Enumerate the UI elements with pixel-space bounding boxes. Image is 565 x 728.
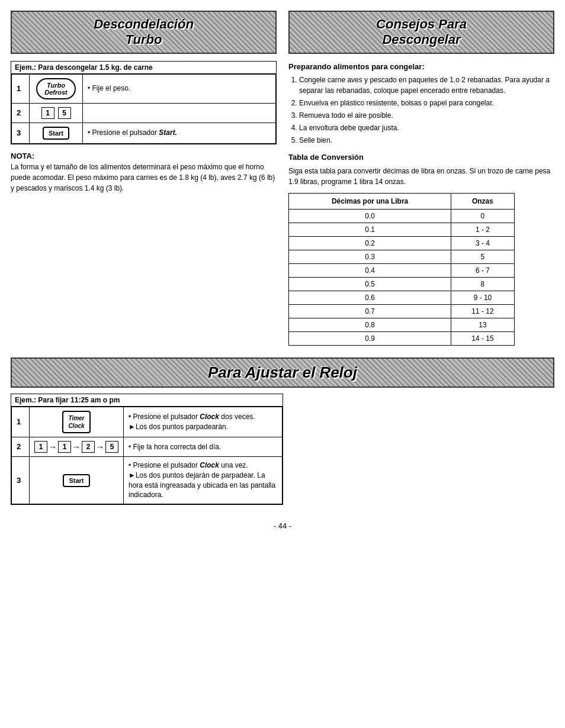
table-row: 0.813 — [289, 318, 515, 331]
step-instruction-r2: • Fije la hora correcta del día. — [124, 437, 282, 456]
arrow-icon-1: → — [49, 442, 57, 452]
col-onzas: Onzas — [451, 193, 514, 209]
step-num-r1: 1 — [12, 407, 30, 437]
timer-line: Timer — [68, 414, 84, 422]
reloj-steps-table: 1 Timer Clock • Presione el pulsador Clo… — [11, 407, 282, 504]
cell-onzas: 6 - 7 — [451, 263, 514, 277]
page-layout: DescondelaciónTurbo Ejem.: Para desconge… — [11, 11, 554, 530]
key-sequence: 1 → 1 → 2 → 5 — [34, 441, 118, 453]
step-num-1: 1 — [12, 74, 30, 103]
list-item: Envuelva en plástico resistente, bolsas … — [299, 98, 554, 108]
step-num-2: 2 — [12, 103, 30, 123]
table-row: 1 Turbo Defrost • Fije el peso. — [12, 74, 276, 103]
arrow-icon-2: → — [72, 442, 81, 452]
key-1[interactable]: 1 — [41, 107, 54, 119]
right-content: Preparando alimentos para congelar: Cong… — [288, 61, 554, 346]
step-visual-3: Start — [30, 123, 83, 143]
step-instruction-r1: • Presione el pulsador Clock dos veces. … — [124, 407, 282, 437]
start-button-2[interactable]: Start — [63, 474, 89, 487]
top-section: DescondelaciónTurbo Ejem.: Para desconge… — [11, 11, 554, 346]
step-visual-r2: 1 → 1 → 2 → 5 — [30, 437, 124, 456]
preparing-title: Preparando alimentos para congelar: — [288, 61, 554, 73]
key-r4[interactable]: 5 — [105, 441, 118, 453]
table-row: 0.914 - 15 — [289, 331, 515, 345]
table-row: 3 Start • Presione el pulsador Clock una… — [12, 456, 282, 504]
bottom-section: Para Ajustar el Reloj Ejem.: Para fijar … — [11, 357, 554, 510]
step-visual-r3: Start — [30, 456, 124, 504]
left-column: DescondelaciónTurbo Ejem.: Para desconge… — [11, 11, 277, 346]
consejos-title: Consejos ParaDescongelar — [296, 17, 547, 48]
list-item: Congele carne aves y pescado en paquetes… — [299, 75, 554, 96]
cell-onzas: 11 - 12 — [451, 304, 514, 318]
conversion-desc: Siga esta tabla para convertir décimas d… — [288, 166, 554, 187]
preparing-list: Congele carne aves y pescado en paquetes… — [299, 75, 554, 146]
table-row: 0.11 - 2 — [289, 223, 515, 236]
timer-clock-button[interactable]: Timer Clock — [62, 411, 90, 433]
turbo-defrost-line1: Turbo — [44, 82, 68, 89]
list-item: La envoltura debe quedar justa. — [299, 123, 554, 133]
turbo-defrost-button[interactable]: Turbo Defrost — [36, 78, 76, 99]
start-button-1[interactable]: Start — [43, 127, 69, 140]
key-r1[interactable]: 1 — [34, 441, 47, 453]
arrow-icon-3: → — [96, 442, 104, 452]
reloj-example-label: Ejem.: Para fijar 11:25 am o pm — [11, 394, 282, 407]
table-row: 0.46 - 7 — [289, 263, 515, 277]
cell-decimas: 0.0 — [289, 209, 451, 223]
reloj-example-box: Ejem.: Para fijar 11:25 am o pm 1 Timer … — [11, 394, 283, 505]
page-number: - 44 - — [11, 521, 554, 530]
turbo-defrost-line2: Defrost — [44, 89, 68, 96]
nota-section: NOTA: La forma y el tamaño de los alimen… — [11, 150, 277, 194]
step-visual-1: Turbo Defrost — [30, 74, 83, 103]
cell-onzas: 13 — [451, 318, 514, 331]
step-instruction-3: • Presione el pulsador Start. — [83, 123, 276, 143]
turbo-example-label: Ejem.: Para descongelar 1.5 kg. de carne — [11, 62, 276, 74]
cell-decimas: 0.1 — [289, 223, 451, 236]
step-instruction-2 — [83, 103, 276, 123]
table-row: 0.35 — [289, 250, 515, 263]
right-column: Consejos ParaDescongelar Preparando alim… — [288, 11, 554, 346]
key-5[interactable]: 5 — [58, 107, 71, 119]
step-visual-2: 1 5 — [30, 103, 83, 123]
cell-decimas: 0.7 — [289, 304, 451, 318]
cell-onzas: 1 - 2 — [451, 223, 514, 236]
table-row: 0.58 — [289, 277, 515, 291]
table-header-row: Décimas por una Libra Onzas — [289, 193, 515, 209]
table-row: 0.23 - 4 — [289, 236, 515, 250]
reloj-header: Para Ajustar el Reloj — [11, 357, 554, 388]
col-decimas: Décimas por una Libra — [289, 193, 451, 209]
cell-onzas: 14 - 15 — [451, 331, 514, 345]
table-row: 3 Start • Presione el pulsador Start. — [12, 123, 276, 143]
step-num-r3: 3 — [12, 456, 30, 504]
cell-decimas: 0.4 — [289, 263, 451, 277]
turbo-example-box: Ejem.: Para descongelar 1.5 kg. de carne… — [11, 61, 277, 144]
cell-onzas: 3 - 4 — [451, 236, 514, 250]
table-row: 1 Timer Clock • Presione el pulsador Clo… — [12, 407, 282, 437]
consejos-header: Consejos ParaDescongelar — [288, 11, 554, 54]
conversion-title: Tabla de Conversión — [288, 152, 554, 163]
cell-onzas: 9 - 10 — [451, 291, 514, 304]
table-row: 2 1 → 1 → 2 → 5 • Fi — [12, 437, 282, 456]
cell-decimas: 0.3 — [289, 250, 451, 263]
cell-decimas: 0.2 — [289, 236, 451, 250]
step-visual-r1: Timer Clock — [30, 407, 124, 437]
nota-title: NOTA: — [11, 152, 34, 160]
step-num-r2: 2 — [12, 437, 30, 456]
list-item: Remueva todo el aire posible. — [299, 110, 554, 121]
cell-onzas: 8 — [451, 277, 514, 291]
list-item: Selle bien. — [299, 135, 554, 146]
table-row: 2 1 5 — [12, 103, 276, 123]
table-row: 0.69 - 10 — [289, 291, 515, 304]
key-r2[interactable]: 1 — [58, 441, 71, 453]
cell-onzas: 5 — [451, 250, 514, 263]
turbo-steps-table: 1 Turbo Defrost • Fije el peso. 2 — [11, 74, 276, 144]
turbo-defrost-title: DescondelaciónTurbo — [18, 17, 269, 48]
reloj-example: Ejem.: Para fijar 11:25 am o pm 1 Timer … — [11, 394, 283, 505]
step-num-3: 3 — [12, 123, 30, 143]
cell-decimas: 0.8 — [289, 318, 451, 331]
cell-decimas: 0.6 — [289, 291, 451, 304]
conversion-table: Décimas por una Libra Onzas 0.000.11 - 2… — [288, 193, 515, 346]
step-instruction-1: • Fije el peso. — [83, 74, 276, 103]
table-row: 0.00 — [289, 209, 515, 223]
reloj-title: Para Ajustar el Reloj — [18, 363, 547, 382]
key-r3[interactable]: 2 — [82, 441, 95, 453]
